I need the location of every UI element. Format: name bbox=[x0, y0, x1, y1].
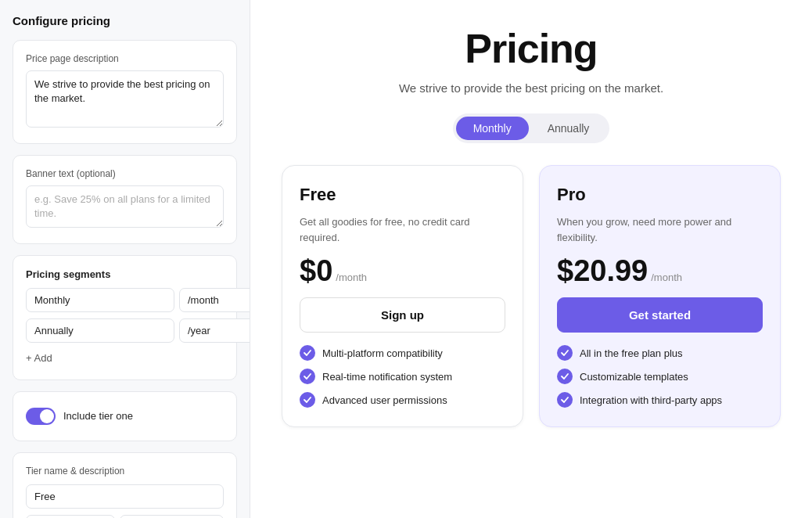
check-icon bbox=[300, 369, 315, 384]
segment-row-annually bbox=[26, 318, 224, 343]
feature-text: Customizable templates bbox=[580, 371, 688, 383]
pro-plan-desc: When you grow, need more power and flexi… bbox=[557, 214, 763, 245]
tier-cta-row bbox=[26, 515, 224, 518]
pro-plan-price-main: $20.99 bbox=[557, 254, 648, 288]
free-plan-cta[interactable]: Sign up bbox=[300, 297, 505, 333]
tier-section-label: Tier name & description bbox=[26, 466, 224, 477]
feature-text: Multi-platform compatibility bbox=[322, 347, 443, 359]
include-tier-label: Include tier one bbox=[63, 410, 133, 422]
feature-item: Customizable templates bbox=[557, 369, 763, 384]
check-icon bbox=[300, 392, 315, 408]
feature-item: Multi-platform compatibility bbox=[300, 345, 505, 361]
segment-name-annually[interactable] bbox=[26, 318, 174, 343]
feature-text: All in the free plan plus bbox=[580, 347, 683, 359]
pricing-segments-section: Pricing segments bbox=[13, 255, 237, 380]
free-plan-price-period: /month bbox=[336, 272, 367, 283]
left-panel: Configure pricing Price page description… bbox=[0, 0, 250, 518]
feature-item: Real-time notification system bbox=[300, 369, 505, 384]
billing-toggle-tabs: Monthly Annually bbox=[453, 113, 610, 143]
check-icon bbox=[557, 345, 573, 361]
feature-item: Integration with third-party apps bbox=[557, 392, 763, 408]
include-tier-section: Include tier one bbox=[13, 391, 237, 441]
check-icon bbox=[557, 392, 573, 408]
banner-text-label: Banner text (optional) bbox=[26, 168, 224, 179]
free-plan-card: Free Get all goodies for free, no credit… bbox=[282, 165, 523, 427]
pricing-subtitle: We strive to provide the best pricing on… bbox=[399, 81, 663, 95]
include-tier-row: Include tier one bbox=[26, 405, 224, 428]
tab-annually[interactable]: Annually bbox=[530, 117, 607, 140]
feature-item: All in the free plan plus bbox=[557, 345, 763, 361]
price-description-textarea[interactable] bbox=[26, 70, 224, 128]
tier-name-input[interactable] bbox=[26, 484, 224, 509]
free-plan-price-main: $0 bbox=[300, 254, 332, 288]
check-icon bbox=[300, 345, 315, 361]
pro-plan-card: Pro When you grow, need more power and f… bbox=[539, 165, 781, 427]
pro-plan-price: $20.99 /month bbox=[557, 254, 763, 288]
plans-grid: Free Get all goodies for free, no credit… bbox=[282, 165, 781, 427]
price-description-label: Price page description bbox=[26, 53, 224, 64]
tier-cta-input[interactable] bbox=[26, 515, 115, 518]
pro-plan-features: All in the free plan plus Customizable t… bbox=[557, 345, 763, 408]
segment-row-monthly bbox=[26, 288, 224, 312]
pro-plan-cta[interactable]: Get started bbox=[557, 297, 763, 333]
free-plan-features: Multi-platform compatibility Real-time n… bbox=[300, 345, 505, 408]
feature-text: Advanced user permissions bbox=[322, 394, 447, 406]
right-panel: Pricing We strive to provide the best pr… bbox=[250, 0, 812, 518]
pricing-segments-label: Pricing segments bbox=[26, 268, 224, 280]
include-tier-toggle[interactable] bbox=[26, 408, 56, 425]
pro-plan-price-period: /month bbox=[651, 272, 682, 283]
pro-plan-name: Pro bbox=[557, 185, 763, 205]
feature-text: Integration with third-party apps bbox=[580, 394, 722, 406]
page-title: Configure pricing bbox=[13, 14, 237, 27]
free-plan-name: Free bbox=[300, 185, 505, 205]
feature-item: Advanced user permissions bbox=[300, 392, 505, 408]
banner-text-section: Banner text (optional) bbox=[13, 155, 237, 244]
free-plan-price: $0 /month bbox=[300, 254, 505, 288]
check-icon bbox=[557, 369, 573, 384]
tier-description-section: Tier name & description bbox=[13, 452, 237, 518]
segment-name-monthly[interactable] bbox=[26, 288, 174, 312]
tier-cta-suffix-input[interactable] bbox=[120, 515, 224, 518]
free-plan-desc: Get all goodies for free, no credit card… bbox=[300, 214, 505, 245]
banner-text-textarea[interactable] bbox=[26, 185, 224, 228]
add-segment-button[interactable]: + Add bbox=[26, 349, 52, 367]
feature-text: Real-time notification system bbox=[322, 371, 452, 383]
pricing-heading: Pricing bbox=[465, 25, 597, 72]
tab-monthly[interactable]: Monthly bbox=[456, 117, 529, 140]
price-description-section: Price page description bbox=[13, 40, 237, 144]
segment-suffix-monthly[interactable] bbox=[179, 288, 250, 312]
segment-suffix-annually[interactable] bbox=[179, 318, 250, 343]
